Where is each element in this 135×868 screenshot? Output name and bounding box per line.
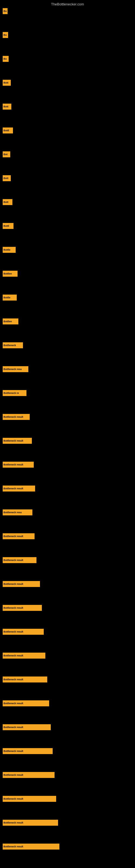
bar-item-6: Bottl [3, 127, 13, 133]
bar-label-6: Bottl [3, 129, 9, 132]
bar-item-3: Bo [3, 56, 9, 62]
bar-label-8: Bott [3, 177, 8, 180]
bar-item-33: Bottleneck result [3, 772, 54, 778]
bar-label-36: Bottleneck result [3, 845, 23, 848]
bar-label-34: Bottleneck result [3, 798, 23, 800]
bar-label-35: Bottleneck result [3, 822, 23, 824]
bar-item-1: Bo [3, 8, 8, 14]
bar-item-5: Bott [3, 104, 11, 110]
bar-item-13: Bottle [3, 294, 17, 301]
bar-item-18: Bottleneck result [3, 414, 30, 420]
site-title: TheBottlenecker.com [51, 2, 84, 6]
bar-item-25: Bottleneck result [3, 581, 40, 587]
bar-label-18: Bottleneck result [3, 415, 23, 418]
bar-item-29: Bottleneck result [3, 677, 47, 682]
bar-item-27: Bottleneck result [3, 629, 44, 635]
bar-item-11: Bottle [3, 247, 16, 253]
bar-item-4: Bott [3, 80, 11, 86]
bar-item-30: Bottleneck result [3, 701, 49, 706]
bar-item-23: Bottleneck result [3, 533, 35, 539]
bar-item-21: Bottleneck result [3, 486, 35, 492]
bar-item-2: Bo [3, 32, 8, 38]
bar-item-14: Bottlen [3, 318, 18, 324]
bar-label-12: Bottlen [3, 272, 12, 275]
bar-item-9: Bott [3, 199, 12, 205]
bar-label-22: Bottleneck resu [3, 511, 22, 514]
bar-item-20: Bottleneck result [3, 462, 34, 468]
bar-label-21: Bottleneck result [3, 487, 23, 490]
bar-item-16: Bottleneck resu [3, 366, 28, 372]
bar-label-25: Bottleneck result [3, 583, 23, 585]
bar-label-13: Bottle [3, 296, 10, 299]
bar-label-27: Bottleneck result [3, 630, 23, 633]
bar-label-4: Bott [3, 82, 8, 84]
bar-item-12: Bottlen [3, 271, 17, 277]
bar-label-32: Bottleneck result [3, 750, 23, 752]
bar-label-11: Bottle [3, 248, 10, 251]
bar-label-24: Bottleneck result [3, 559, 23, 561]
bar-label-16: Bottleneck resu [3, 368, 22, 371]
bar-item-32: Bottleneck result [3, 748, 53, 754]
bar-label-1: Bo [3, 10, 7, 12]
bar-label-29: Bottleneck result [3, 678, 23, 681]
bar-item-26: Bottleneck result [3, 605, 42, 611]
bar-label-10: Bottl [3, 225, 9, 227]
bar-label-23: Bottleneck result [3, 535, 23, 538]
bar-item-35: Bottleneck result [3, 820, 58, 826]
bar-label-9: Bott [3, 201, 8, 204]
bar-label-17: Bottleneck re [3, 392, 19, 394]
bar-label-15: Bottleneck [3, 344, 16, 347]
bar-item-34: Bottleneck result [3, 796, 56, 802]
bar-label-19: Bottleneck result [3, 439, 23, 442]
bar-item-7: Bot [3, 151, 10, 157]
bar-label-5: Bott [3, 105, 8, 108]
bar-label-31: Bottleneck result [3, 726, 23, 728]
bar-item-36: Bottleneck result [3, 844, 59, 849]
bar-item-17: Bottleneck re [3, 390, 27, 396]
bar-label-2: Bo [3, 34, 7, 36]
bar-item-8: Bott [3, 175, 11, 181]
bar-item-31: Bottleneck result [3, 724, 51, 730]
bar-label-30: Bottleneck result [3, 702, 23, 705]
bar-item-10: Bottl [3, 223, 13, 229]
bar-item-15: Bottleneck [3, 342, 23, 348]
bar-item-22: Bottleneck resu [3, 509, 32, 516]
bar-label-33: Bottleneck result [3, 774, 23, 776]
bar-label-20: Bottleneck result [3, 463, 23, 466]
bar-item-28: Bottleneck result [3, 653, 45, 659]
bar-label-14: Bottlen [3, 320, 12, 323]
bar-label-28: Bottleneck result [3, 654, 23, 657]
bar-label-7: Bot [3, 153, 8, 156]
bar-item-19: Bottleneck result [3, 438, 32, 444]
bar-label-3: Bo [3, 58, 7, 60]
bar-item-24: Bottleneck result [3, 557, 37, 563]
bar-label-26: Bottleneck result [3, 607, 23, 609]
